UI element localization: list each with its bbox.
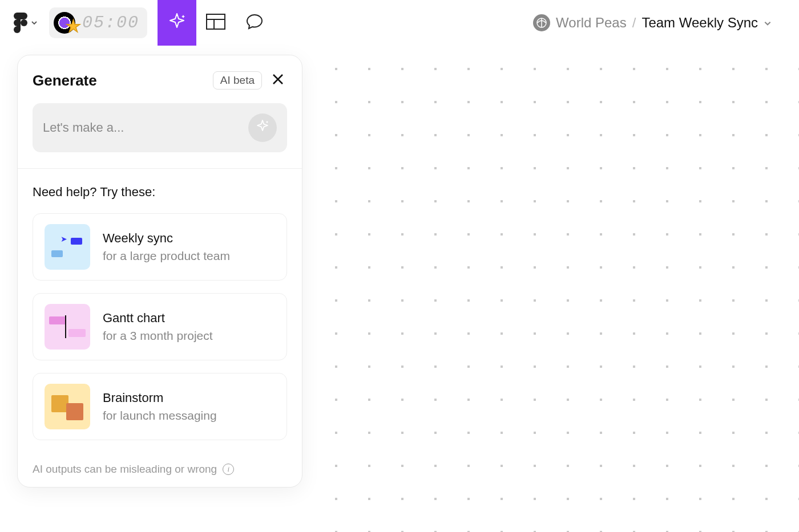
- weekly-sync-thumb-icon: ➤: [45, 224, 90, 270]
- chat-bubble-icon: [245, 13, 264, 33]
- comment-tool-button[interactable]: [235, 0, 274, 46]
- svg-point-6: [267, 121, 268, 123]
- figma-logo-icon: [14, 13, 27, 33]
- suggestion-subtitle: for a 3 month project: [103, 329, 213, 343]
- suggestion-subtitle: for launch messaging: [103, 409, 217, 423]
- layout-grid-icon: [206, 14, 225, 32]
- suggestion-title: Brainstorm: [103, 391, 217, 405]
- svg-rect-1: [207, 14, 225, 29]
- chevron-down-icon[interactable]: [764, 15, 772, 31]
- suggestion-subtitle: for a large product team: [103, 249, 230, 263]
- suggestion-gantt-chart[interactable]: Gantt chart for a 3 month project: [33, 293, 287, 360]
- breadcrumb-project[interactable]: World Peas: [556, 15, 627, 31]
- sparkle-icon: [255, 119, 271, 137]
- panel-title: Generate: [33, 72, 206, 90]
- sparkle-icon: [167, 11, 187, 34]
- close-icon: [271, 78, 285, 88]
- breadcrumb-separator: /: [632, 15, 636, 31]
- generate-panel: Generate AI beta Need help? Try these: ➤…: [17, 55, 302, 488]
- ai-disclaimer-text: AI outputs can be misleading or wrong: [33, 463, 217, 476]
- suggestion-weekly-sync[interactable]: ➤ Weekly sync for a large product team: [33, 213, 287, 281]
- gantt-chart-thumb-icon: [45, 304, 90, 350]
- panel-header: Generate AI beta: [18, 55, 302, 91]
- brainstorm-thumb-icon: [45, 384, 90, 429]
- figma-menu-button[interactable]: [10, 9, 41, 36]
- suggestions-section: Need help? Try these: ➤ Weekly sync for …: [18, 169, 302, 458]
- suggestion-title: Weekly sync: [103, 231, 230, 246]
- ai-beta-badge: AI beta: [213, 71, 262, 90]
- info-icon[interactable]: i: [223, 464, 234, 475]
- project-avatar-icon[interactable]: [533, 14, 550, 31]
- panel-footer: AI outputs can be misleading or wrong i: [18, 458, 302, 487]
- top-toolbar: ★ 05:00 World Peas / Team Weekly Sync: [0, 0, 799, 46]
- prompt-box: [33, 103, 287, 152]
- submit-prompt-button[interactable]: [248, 113, 277, 142]
- music-timer-icon: ★: [54, 11, 78, 35]
- ai-generate-tool-button[interactable]: [158, 0, 196, 46]
- chevron-down-icon: [31, 19, 38, 26]
- suggestions-heading: Need help? Try these:: [33, 185, 287, 200]
- prompt-input[interactable]: [43, 120, 241, 135]
- suggestion-brainstorm[interactable]: Brainstorm for launch messaging: [33, 373, 287, 440]
- timer-widget[interactable]: ★ 05:00: [49, 7, 147, 38]
- layout-tool-button[interactable]: [196, 0, 235, 46]
- breadcrumb: World Peas / Team Weekly Sync: [533, 14, 789, 31]
- timer-value: 05:00: [82, 13, 139, 33]
- breadcrumb-file[interactable]: Team Weekly Sync: [641, 15, 758, 31]
- suggestion-title: Gantt chart: [103, 311, 213, 326]
- close-panel-button[interactable]: [269, 70, 287, 91]
- svg-point-0: [21, 19, 27, 26]
